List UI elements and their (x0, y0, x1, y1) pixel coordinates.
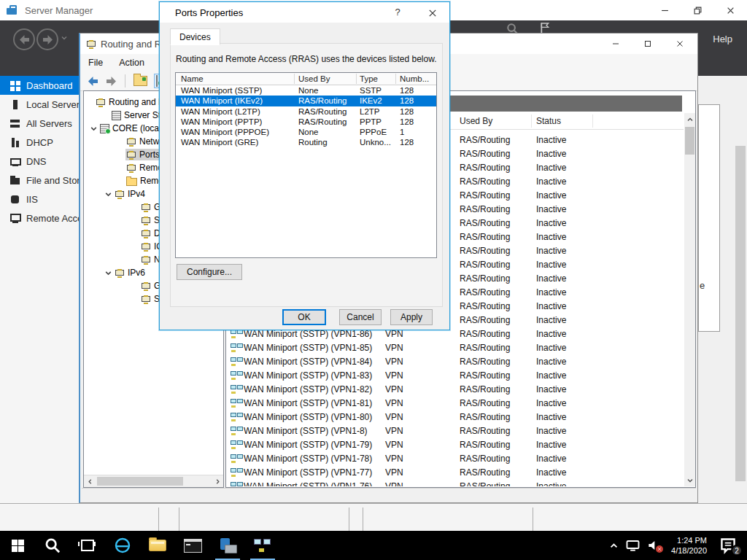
port-row[interactable]: WAN Miniport (SSTP) (VPN1-80) VPN RAS/Ro… (227, 411, 684, 424)
scroll-left-icon[interactable] (84, 475, 96, 487)
action-center-button[interactable]: 2 (713, 531, 744, 560)
maximize-icon[interactable] (632, 34, 664, 53)
notifications-flag-icon[interactable] (540, 22, 550, 34)
device-name: WAN Miniport (GRE) (181, 138, 258, 147)
server-manager-taskbar-button[interactable] (210, 531, 245, 560)
device-type: PPTP (360, 117, 382, 126)
scroll-down-icon[interactable] (684, 474, 695, 486)
tree-expander-icon[interactable] (104, 268, 114, 278)
vpn-port-icon (231, 343, 242, 353)
scroll-right-icon[interactable] (212, 475, 223, 487)
column-header-number[interactable]: Numb... (400, 74, 429, 83)
port-row[interactable]: WAN Miniport (SSTP) (VPN1-81) VPN RAS/Ro… (227, 397, 684, 411)
forward-icon[interactable] (36, 28, 58, 50)
back-icon[interactable] (13, 28, 35, 50)
start-button[interactable] (0, 531, 35, 560)
column-header-name[interactable]: Name (181, 74, 204, 83)
right-scroll-region[interactable] (735, 146, 746, 481)
configure-button[interactable]: Configure... (177, 264, 242, 280)
port-row[interactable]: WAN Miniport (SSTP) (VPN1-84) VPN RAS/Ro… (227, 355, 684, 369)
scroll-up-icon[interactable] (684, 113, 695, 125)
sidebar-item[interactable]: Dashboard (0, 76, 79, 95)
sidebar-item[interactable]: All Servers (0, 114, 79, 133)
help-menu[interactable]: Help (713, 34, 732, 44)
device-row[interactable]: WAN Miniport (GRE) Routing Unkno... 128 (176, 137, 436, 147)
tree-expander-icon[interactable] (104, 190, 114, 199)
port-used-by: RAS/Routing (460, 343, 510, 353)
forward-icon[interactable] (106, 77, 117, 86)
device-row[interactable]: WAN Miniport (IKEv2) RAS/Routing IKEv2 1… (176, 96, 436, 106)
internet-explorer-button[interactable] (105, 531, 140, 560)
rras-taskbar-button[interactable] (245, 531, 280, 560)
port-name: WAN Miniport (SSTP) (VPN1-86) (244, 329, 372, 339)
column-header-type[interactable]: Type (360, 74, 378, 83)
port-used-by: RAS/Routing (460, 218, 510, 228)
column-header-used-by[interactable]: Used By (298, 74, 330, 83)
tree-horizontal-scrollbar[interactable] (84, 475, 223, 487)
help-button[interactable]: ? (391, 7, 404, 18)
tray-clock[interactable]: 1:24 PM 4/18/2020 (665, 535, 713, 556)
tray-overflow-chevron-icon[interactable] (605, 531, 622, 560)
sidebar-item[interactable]: DHCP (0, 133, 79, 152)
cancel-button[interactable]: Cancel (339, 309, 382, 325)
history-dropdown-icon[interactable] (61, 34, 68, 42)
column-header-status[interactable]: Status (536, 116, 561, 126)
minimize-icon[interactable] (649, 1, 681, 20)
column-header-used-by[interactable]: Used By (460, 116, 492, 126)
menu-item[interactable]: Action (111, 58, 152, 68)
port-used-by: RAS/Routing (460, 426, 510, 436)
close-icon[interactable] (664, 34, 696, 53)
port-used-by: RAS/Routing (460, 176, 510, 187)
sidebar-item[interactable]: File and Storage Services (0, 171, 79, 190)
port-row[interactable]: WAN Miniport (SSTP) (VPN1-78) VPN RAS/Ro… (227, 452, 684, 466)
task-view-button[interactable] (70, 531, 105, 560)
port-row[interactable]: WAN Miniport (SSTP) (VPN1-8) VPN RAS/Rou… (227, 424, 684, 438)
port-used-by: RAS/Routing (460, 273, 510, 284)
scrollbar-thumb[interactable] (685, 127, 694, 155)
network-status-icon[interactable] (622, 531, 643, 560)
taskbar-search-button[interactable] (35, 531, 70, 560)
port-name: WAN Miniport (SSTP) (VPN1-85) (244, 343, 372, 353)
tab-devices[interactable]: Devices (170, 28, 220, 45)
port-row[interactable]: WAN Miniport (SSTP) (VPN1-77) VPN RAS/Ro… (227, 466, 684, 480)
tree-node-icon (141, 242, 151, 252)
sidebar-item[interactable]: IIS (0, 190, 79, 209)
port-used-by: RAS/Routing (460, 315, 510, 325)
ports-vertical-scrollbar[interactable] (684, 113, 695, 486)
sidebar-item-label: Dashboard (26, 80, 73, 91)
tree-item-label: CORE (local) (112, 123, 164, 133)
back-icon[interactable] (88, 77, 98, 86)
port-row[interactable]: WAN Miniport (SSTP) (VPN1-83) VPN RAS/Ro… (227, 369, 684, 383)
device-row[interactable]: WAN Miniport (PPTP) RAS/Routing PPTP 128 (176, 117, 436, 127)
sidebar-item[interactable]: Local Server (0, 95, 79, 114)
restore-icon[interactable] (681, 1, 714, 20)
port-row[interactable]: WAN Miniport (SSTP) (VPN1-85) VPN RAS/Ro… (227, 341, 684, 355)
scrollbar-thumb[interactable] (97, 477, 183, 486)
sidebar-item[interactable]: DNS (0, 152, 79, 171)
device-row[interactable]: WAN Miniport (PPPOE) None PPPoE 1 (176, 127, 436, 137)
device-row[interactable]: WAN Miniport (SSTP) None SSTP 128 (176, 85, 436, 96)
rras-console-icon (86, 39, 96, 49)
command-prompt-button[interactable] (175, 531, 210, 560)
port-row[interactable]: WAN Miniport (SSTP) (VPN1-79) VPN RAS/Ro… (227, 438, 684, 452)
port-row[interactable]: WAN Miniport (SSTP) (VPN1-82) VPN RAS/Ro… (227, 383, 684, 397)
minimize-icon[interactable] (600, 34, 632, 53)
port-row[interactable]: WAN Miniport (SSTP) (VPN1-76) VPN RAS/Ro… (227, 480, 684, 486)
sidebar-item-icon (9, 118, 21, 129)
port-used-by: RAS/Routing (460, 163, 510, 173)
close-icon[interactable] (714, 1, 747, 20)
apply-button[interactable]: Apply (390, 309, 433, 325)
volume-muted-icon[interactable] (643, 531, 665, 560)
export-list-icon[interactable] (133, 76, 147, 86)
menu-item[interactable]: File (80, 58, 111, 68)
file-explorer-button[interactable] (140, 531, 175, 560)
vpn-port-icon (231, 399, 242, 408)
port-status: Inactive (536, 149, 566, 159)
tree-node-icon (126, 178, 137, 186)
tree-expander-icon[interactable] (90, 124, 99, 133)
close-icon[interactable] (423, 7, 442, 19)
ok-button[interactable]: OK (282, 309, 326, 325)
sidebar-item[interactable]: Remote Access (0, 209, 79, 228)
device-row[interactable]: WAN Miniport (L2TP) RAS/Routing L2TP 128 (176, 106, 436, 117)
tree-node-icon (96, 98, 106, 107)
